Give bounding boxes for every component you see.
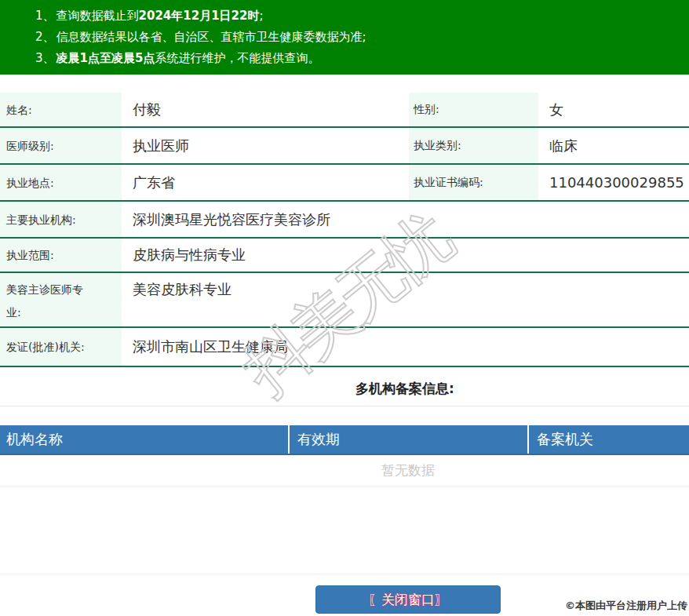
table-row: 姓名: 付毅 性别: 女	[0, 93, 689, 128]
field-value: 深圳市南山区卫生健康局	[122, 328, 288, 366]
field-label: 执业地点:	[0, 165, 122, 200]
field-value: 付毅	[122, 93, 409, 126]
notice-text-bold: 2024年12月1日22时	[139, 9, 260, 23]
field-label: 执业范围:	[0, 239, 122, 272]
field-label: 姓名:	[0, 93, 122, 126]
upload-credit-watermark: ©本图由平台注册用户上传	[565, 599, 687, 613]
empty-data-message: 暂无数据	[0, 455, 689, 487]
notice-text: ;	[259, 9, 263, 23]
field-label: 主要执业机构:	[0, 202, 122, 237]
notice-line: 2、信息数据结果以各省、自治区、直辖市卫生健康委数据为准;	[35, 27, 681, 48]
notice-text: 系统进行维护，不能提供查询。	[155, 51, 319, 65]
column-header-validity: 有效期	[288, 425, 527, 454]
notice-text-bold: 凌晨1点至凌晨5点	[57, 51, 155, 65]
field-value: 执业医师	[122, 128, 409, 163]
table-row: 美容主诊医师专业: 美容皮肤科专业	[0, 273, 689, 328]
notice-line: 1、查询数据截止到2024年12月1日22时;	[35, 5, 681, 27]
field-label: 医师级别:	[0, 128, 122, 163]
notice-text: 信息数据结果以各省、自治区、直辖市卫生健康委数据为准;	[57, 30, 366, 44]
field-label: 美容主诊医师专业:	[0, 273, 122, 326]
field-value: 美容皮肤科专业	[122, 273, 231, 299]
field-label: 执业类别:	[409, 128, 538, 163]
field-value: 深圳澳玛星光悦容医疗美容诊所	[122, 202, 330, 237]
column-header-authority: 备案机关	[527, 425, 689, 454]
table-row: 执业地点: 广东省 执业证书编码: 110440300029855	[0, 165, 689, 202]
field-label: 性别:	[409, 93, 538, 126]
close-window-button[interactable]: 〖关闭窗口〗	[315, 585, 501, 614]
field-value: 广东省	[122, 165, 409, 200]
notice-number: 3、	[35, 51, 55, 65]
practitioner-info-table: 姓名: 付毅 性别: 女 医师级别: 执业医师 执业类别: 临床 执业地点: 广…	[0, 93, 689, 367]
column-header-institution: 机构名称	[0, 425, 288, 454]
field-label: 执业证书编码:	[409, 165, 538, 200]
notice-line: 3、凌晨1点至凌晨5点系统进行维护，不能提供查询。	[35, 48, 681, 69]
table-row: 主要执业机构: 深圳澳玛星光悦容医疗美容诊所	[0, 202, 689, 239]
notice-number: 2、	[35, 30, 55, 44]
table-row: 执业范围: 皮肤病与性病专业	[0, 239, 689, 273]
field-value: 女	[538, 93, 689, 126]
notice-number: 1、	[35, 9, 55, 23]
filing-table-header: 机构名称 有效期 备案机关	[0, 425, 689, 455]
filing-table-body-empty	[0, 487, 689, 574]
table-row: 医师级别: 执业医师 执业类别: 临床	[0, 128, 689, 165]
table-row: 发证(批准)机关: 深圳市南山区卫生健康局	[0, 328, 689, 367]
field-value: 临床	[538, 128, 689, 163]
notice-text: 查询数据截止到	[57, 9, 139, 23]
notice-banner: 1、查询数据截止到2024年12月1日22时; 2、信息数据结果以各省、自治区、…	[0, 0, 689, 75]
field-value: 皮肤病与性病专业	[122, 239, 246, 272]
field-value: 110440300029855	[538, 165, 689, 200]
field-label: 发证(批准)机关:	[0, 328, 122, 366]
filing-section-title: 多机构备案信息:	[0, 367, 689, 406]
